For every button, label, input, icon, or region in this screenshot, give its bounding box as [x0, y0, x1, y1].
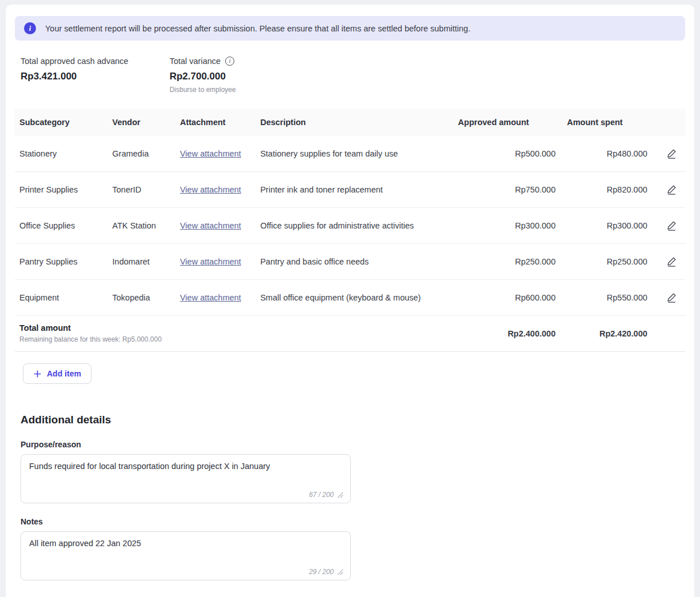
edit-row-button[interactable]: [665, 219, 678, 232]
header-amount-spent: Amount spent: [562, 109, 654, 136]
add-item-label: Add item: [47, 369, 81, 378]
edit-row-button[interactable]: [665, 147, 678, 160]
notes-field-wrap: All item approved 22 Jan 2025 29 / 200: [21, 531, 351, 580]
cell-description: Pantry and basic office needs: [255, 244, 453, 280]
cell-spent: Rp480.000: [562, 136, 654, 172]
cell-approved: Rp750.000: [454, 172, 563, 208]
pencil-icon: [666, 152, 677, 161]
view-attachment-link[interactable]: View attachment: [180, 257, 241, 266]
edit-row-button[interactable]: [665, 291, 678, 304]
cell-description: Printer ink and toner replacement: [255, 172, 453, 208]
info-icon: i: [24, 22, 36, 34]
header-approved-amount: Approved amount: [454, 109, 563, 136]
edit-row-button[interactable]: [665, 255, 678, 268]
cell-approved: Rp250.000: [454, 244, 563, 280]
settlement-items-table: Subcategory Vendor Attachment Descriptio…: [15, 109, 685, 352]
total-variance-value: Rp2.700.000: [170, 71, 236, 82]
purpose-textarea[interactable]: Funds required for local transportation …: [29, 462, 342, 486]
approved-cash-advance-value: Rp3.421.000: [21, 71, 129, 82]
resize-grip-icon[interactable]: [337, 492, 343, 498]
cell-subcategory: Office Supplies: [15, 208, 108, 244]
header-subcategory: Subcategory: [15, 109, 108, 136]
total-approved-value: Rp2.400.000: [454, 316, 563, 352]
cell-subcategory: Printer Supplies: [15, 172, 108, 208]
total-amount-label: Total amount: [19, 323, 447, 332]
purpose-field-wrap: Funds required for local transportation …: [21, 454, 351, 503]
notes-char-counter: 29 / 200: [309, 568, 343, 576]
view-attachment-link[interactable]: View attachment: [180, 149, 241, 158]
cell-subcategory: Equipment: [15, 280, 108, 316]
cell-approved: Rp300.000: [454, 208, 563, 244]
additional-details-title: Additional details: [21, 414, 685, 426]
approved-cash-advance-block: Total approved cash advance Rp3.421.000: [21, 57, 129, 94]
header-attachment: Attachment: [175, 109, 255, 136]
cell-approved: Rp500.000: [454, 136, 563, 172]
cell-subcategory: Pantry Supplies: [15, 244, 108, 280]
view-attachment-link[interactable]: View attachment: [180, 221, 241, 230]
cell-vendor: TonerID: [108, 172, 175, 208]
table-row: Pantry Supplies Indomaret View attachmen…: [15, 244, 685, 280]
table-row: Stationery Gramedia View attachment Stat…: [15, 136, 685, 172]
total-variance-label: Total variance: [170, 57, 221, 66]
cell-vendor: ATK Station: [108, 208, 175, 244]
banner-text: Your settlement report will be processed…: [45, 24, 470, 33]
pencil-icon: [666, 260, 677, 269]
cell-subcategory: Stationery: [15, 136, 108, 172]
settlement-report-card: i Your settlement report will be process…: [6, 5, 694, 597]
total-spent-value: Rp2.420.000: [562, 316, 654, 352]
table-header-row: Subcategory Vendor Attachment Descriptio…: [15, 109, 685, 136]
table-row: Printer Supplies TonerID View attachment…: [15, 172, 685, 208]
variance-info-icon[interactable]: i: [225, 57, 234, 66]
cell-description: Small office equipment (keyboard & mouse…: [255, 280, 453, 316]
cell-vendor: Tokopedia: [108, 280, 175, 316]
cell-description: Office supplies for administrative activ…: [255, 208, 453, 244]
header-description: Description: [255, 109, 453, 136]
cell-vendor: Indomaret: [108, 244, 175, 280]
edit-row-button[interactable]: [665, 183, 678, 196]
view-attachment-link[interactable]: View attachment: [180, 185, 241, 194]
table-row: Office Supplies ATK Station View attachm…: [15, 208, 685, 244]
cell-vendor: Gramedia: [108, 136, 175, 172]
cell-approved: Rp600.000: [454, 280, 563, 316]
table-row: Equipment Tokopedia View attachment Smal…: [15, 280, 685, 316]
view-attachment-link[interactable]: View attachment: [180, 293, 241, 302]
cell-spent: Rp250.000: [562, 244, 654, 280]
resize-grip-icon[interactable]: [337, 569, 343, 575]
remaining-balance-note: Remaining balance for this week: Rp5.000…: [19, 335, 447, 343]
info-banner: i Your settlement report will be process…: [15, 16, 685, 41]
total-row: Total amount Remaining balance for this …: [15, 316, 685, 352]
cell-spent: Rp300.000: [562, 208, 654, 244]
add-item-button[interactable]: Add item: [23, 363, 91, 384]
pencil-icon: [666, 224, 677, 233]
purpose-char-counter: 67 / 200: [309, 491, 343, 499]
cell-spent: Rp550.000: [562, 280, 654, 316]
cell-description: Stationery supplies for team daily use: [255, 136, 453, 172]
approved-cash-advance-label: Total approved cash advance: [21, 57, 129, 66]
header-actions: [654, 109, 685, 136]
purpose-label: Purpose/reason: [21, 440, 685, 449]
pencil-icon: [666, 188, 677, 197]
pencil-icon: [666, 296, 677, 304]
notes-textarea[interactable]: All item approved 22 Jan 2025: [29, 539, 342, 563]
notes-label: Notes: [21, 517, 685, 526]
header-vendor: Vendor: [108, 109, 175, 136]
total-variance-block: Total variance i Rp2.700.000 Disburse to…: [170, 57, 236, 94]
summary-section: Total approved cash advance Rp3.421.000 …: [21, 57, 679, 94]
variance-note: Disburse to employee: [170, 86, 236, 94]
plus-icon: [33, 370, 42, 378]
cell-spent: Rp820.000: [562, 172, 654, 208]
